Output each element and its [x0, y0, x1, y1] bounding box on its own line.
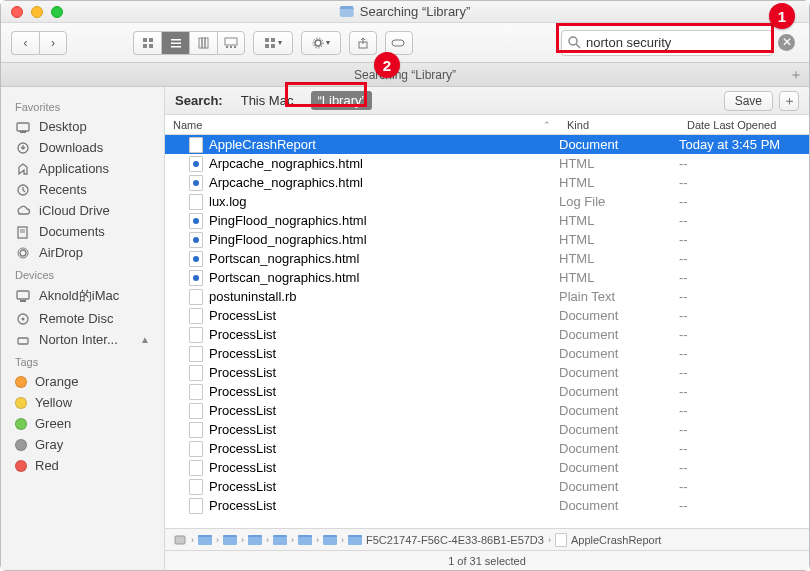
view-gallery-button[interactable] [217, 31, 245, 55]
file-icon [189, 194, 203, 210]
forward-button[interactable]: › [39, 31, 67, 55]
file-row[interactable]: ProcessListDocument-- [165, 325, 809, 344]
file-row[interactable]: ProcessListDocument-- [165, 420, 809, 439]
file-row[interactable]: Portscan_nographics.htmlHTML-- [165, 249, 809, 268]
file-row[interactable]: Arpcache_nographics.htmlHTML-- [165, 173, 809, 192]
file-row[interactable]: postuninstall.rbPlain Text-- [165, 287, 809, 306]
file-row[interactable]: Arpcache_nographics.htmlHTML-- [165, 154, 809, 173]
file-row[interactable]: ProcessListDocument-- [165, 363, 809, 382]
scopebar: Search: This Mac “Library” Save ＋ [165, 87, 809, 115]
file-row[interactable]: ProcessListDocument-- [165, 382, 809, 401]
svg-rect-15 [271, 38, 275, 42]
view-list-button[interactable] [161, 31, 189, 55]
file-icon [189, 308, 203, 324]
svg-rect-11 [226, 46, 228, 48]
sidebar: Favorites DesktopDownloadsApplicationsRe… [1, 87, 165, 570]
share-icon [357, 37, 369, 49]
arrange-button[interactable]: ▾ [253, 31, 293, 55]
sidebar-icon [15, 312, 31, 326]
view-icon-button[interactable] [133, 31, 161, 55]
pathbar[interactable]: › › › › › › › F5C21747-F56C-4E33-86B1-E5… [165, 528, 809, 550]
close-window-button[interactable] [11, 6, 23, 18]
svg-rect-2 [143, 44, 147, 48]
svg-rect-0 [143, 38, 147, 42]
folder-icon [348, 535, 362, 545]
add-criteria-button[interactable]: ＋ [779, 91, 799, 111]
sidebar-tag[interactable]: Gray [1, 434, 164, 455]
file-row[interactable]: ProcessListDocument-- [165, 477, 809, 496]
file-row[interactable]: lux.logLog File-- [165, 192, 809, 211]
new-tab-button[interactable]: ＋ [789, 66, 803, 84]
folder-icon [248, 535, 262, 545]
file-row[interactable]: PingFlood_nographics.htmlHTML-- [165, 211, 809, 230]
sidebar-icon [15, 333, 31, 347]
svg-rect-1 [149, 38, 153, 42]
folder-icon [340, 6, 354, 17]
sidebar-icon [15, 120, 31, 134]
svg-rect-12 [230, 46, 232, 48]
zoom-window-button[interactable] [51, 6, 63, 18]
file-row[interactable]: ProcessListDocument-- [165, 458, 809, 477]
file-icon [189, 365, 203, 381]
sidebar-item[interactable]: Desktop [1, 116, 164, 137]
sidebar-item[interactable]: Norton Inter...▲ [1, 329, 164, 350]
view-column-button[interactable] [189, 31, 217, 55]
file-row[interactable]: ProcessListDocument-- [165, 401, 809, 420]
file-row[interactable]: ProcessListDocument-- [165, 496, 809, 515]
minimize-window-button[interactable] [31, 6, 43, 18]
action-button[interactable]: ▾ [301, 31, 341, 55]
tab-title[interactable]: Searching “Library” [354, 68, 456, 82]
gallery-icon [224, 37, 238, 49]
sidebar-icon [15, 204, 31, 218]
file-icon [555, 533, 567, 547]
sidebar-item[interactable]: Downloads [1, 137, 164, 158]
sidebar-icon [15, 289, 31, 303]
search-input[interactable] [561, 30, 773, 56]
svg-rect-25 [20, 131, 26, 133]
share-button[interactable] [349, 31, 377, 55]
sidebar-item[interactable]: Recents [1, 179, 164, 200]
file-icon [189, 346, 203, 362]
sidebar-tag[interactable]: Yellow [1, 392, 164, 413]
file-row[interactable]: ProcessListDocument-- [165, 306, 809, 325]
file-icon [189, 137, 203, 153]
svg-line-23 [576, 44, 580, 48]
svg-rect-9 [205, 38, 208, 48]
sidebar-item[interactable]: Remote Disc [1, 308, 164, 329]
sidebar-item[interactable]: Documents [1, 221, 164, 242]
sidebar-item[interactable]: Applications [1, 158, 164, 179]
svg-rect-21 [392, 40, 404, 46]
file-row[interactable]: PingFlood_nographics.htmlHTML-- [165, 230, 809, 249]
sidebar-item[interactable]: AirDrop [1, 242, 164, 263]
clear-search-button[interactable]: ✕ [778, 34, 795, 51]
sidebar-tag[interactable]: Orange [1, 371, 164, 392]
tag-dot-icon [15, 418, 27, 430]
sidebar-item[interactable]: Aknold的iMac [1, 284, 164, 308]
file-row[interactable]: Portscan_nographics.htmlHTML-- [165, 268, 809, 287]
sidebar-item[interactable]: iCloud Drive [1, 200, 164, 221]
sidebar-tag[interactable]: Red [1, 455, 164, 476]
sidebar-tag[interactable]: Green [1, 413, 164, 434]
file-row[interactable]: ProcessListDocument-- [165, 344, 809, 363]
tags-button[interactable] [385, 31, 413, 55]
svg-rect-37 [175, 536, 185, 544]
file-row[interactable]: ProcessListDocument-- [165, 439, 809, 458]
toolbar: ‹ › ▾ ▾ [1, 23, 809, 63]
scope-this-mac[interactable]: This Mac [235, 91, 300, 110]
sidebar-icon [15, 141, 31, 155]
file-icon [189, 175, 203, 191]
sidebar-heading-devices: Devices [1, 263, 164, 284]
col-header-date[interactable]: Date Last Opened [679, 119, 809, 131]
col-header-name[interactable]: Name⌃ [165, 119, 559, 131]
col-header-kind[interactable]: Kind [559, 119, 679, 131]
tag-dot-icon [15, 376, 27, 388]
file-icon [189, 498, 203, 514]
file-list[interactable]: AppleCrashReportDocumentToday at 3:45 PM… [165, 135, 809, 528]
back-button[interactable]: ‹ [11, 31, 39, 55]
file-icon [189, 384, 203, 400]
file-row[interactable]: AppleCrashReportDocumentToday at 3:45 PM [165, 135, 809, 154]
sidebar-icon [15, 183, 31, 197]
sidebar-icon [15, 225, 31, 239]
save-search-button[interactable]: Save [724, 91, 773, 111]
scope-library[interactable]: “Library” [311, 91, 371, 110]
